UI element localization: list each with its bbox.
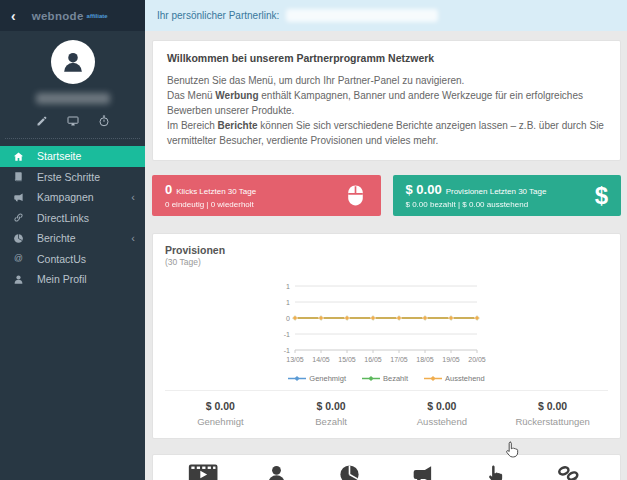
svg-text:1: 1 xyxy=(286,299,290,306)
user-icon xyxy=(240,463,313,480)
sidebar-item-directlinks[interactable]: DirectLinks xyxy=(0,208,145,229)
dollar-icon: $ xyxy=(595,184,608,208)
summary-label: Ausstehend xyxy=(387,416,498,427)
book-icon xyxy=(13,171,27,182)
svg-text:17/05: 17/05 xyxy=(390,356,408,363)
welcome-title: Willkommen bei unserem Partnerprogramm N… xyxy=(167,52,606,64)
stat-cards-row: 0 Klicks Letzten 30 Tage 0 eindeutig | 0… xyxy=(152,175,621,216)
welcome-line-1: Benutzen Sie das Menü, um durch Ihr Part… xyxy=(167,73,606,88)
summary-item-ausstehend: $ 0.00Ausstehend xyxy=(387,400,498,427)
menu-item-label: Startseite xyxy=(37,150,81,162)
menu-item-label: DirectLinks xyxy=(37,212,89,224)
sidebar-item-kampagnen[interactable]: Kampagnen‹ xyxy=(0,187,145,208)
menu-item-label: Erste Schritte xyxy=(37,171,100,183)
summary-item-bezahlt: $ 0.00Bezahlt xyxy=(276,400,387,427)
clicks-value: 0 xyxy=(165,182,172,197)
clicks-sub: 0 eindeutig | 0 wiederholt xyxy=(165,200,343,209)
svg-text:16/05: 16/05 xyxy=(364,356,382,363)
sidebar-divider xyxy=(5,138,140,139)
back-chevron-icon[interactable]: ‹ xyxy=(11,9,16,23)
chart-area: 110-1-113/0514/0515/0516/0517/0518/0519/… xyxy=(269,281,505,383)
video-icon xyxy=(167,463,240,480)
user-icon xyxy=(13,274,27,285)
summary-item-r-ckerstattungen: $ 0.00Rückerstattungen xyxy=(497,400,608,427)
svg-text:13/05: 13/05 xyxy=(286,356,304,363)
shortcut-banner-links[interactable]: Banner & Links xyxy=(459,463,532,480)
commissions-sub: $ 0.00 bezahlt | $ 0.00 ausstehend xyxy=(406,200,595,209)
welcome-line-3: Im Bereich Berichte können Sie sich vers… xyxy=(167,118,606,148)
sidebar-item-berichte[interactable]: Berichte‹ xyxy=(0,228,145,249)
svg-text:@: @ xyxy=(14,253,23,263)
megaphone-icon xyxy=(13,192,27,203)
partner-link-label: Ihr persönlicher Partnerlink: xyxy=(157,10,279,21)
brand-logo-suffix: affiliate xyxy=(87,13,108,19)
sidebar: ‹ webnode affiliate StartseiteErste Schr… xyxy=(0,0,145,480)
chevron-collapsed-icon: ‹ xyxy=(131,192,135,203)
provisions-card: Provisionen (30 Tage) 110-1-113/0514/051… xyxy=(152,233,621,439)
shortcut-kampagnen[interactable]: Kampagnen xyxy=(386,463,459,480)
chart-subtitle: (30 Tage) xyxy=(165,257,608,267)
svg-text:0: 0 xyxy=(286,315,290,322)
svg-text:19/05: 19/05 xyxy=(442,356,460,363)
sidebar-menu: StartseiteErste SchritteKampagnen‹Direct… xyxy=(0,146,145,290)
sidebar-item-contactus[interactable]: @ContactUs xyxy=(0,249,145,270)
shortcuts-card: Affiliate panel tutorial videoMein Profi… xyxy=(152,454,621,480)
svg-text:-1: -1 xyxy=(283,331,289,338)
menu-item-label: Berichte xyxy=(37,232,76,244)
welcome-line-2: Das Menü Werbung enthält Kampagnen, Bann… xyxy=(167,88,606,118)
chart-legend: GenehmigtBezahltAusstehend xyxy=(269,374,505,383)
username-blurred xyxy=(36,93,110,104)
legend-item-genehmigt: Genehmigt xyxy=(288,374,346,383)
commissions-stat-card: $ 0.00 Provisionen Letzten 30 Tage $ 0.0… xyxy=(393,175,622,216)
svg-text:20/05: 20/05 xyxy=(468,356,486,363)
svg-text:14/05: 14/05 xyxy=(312,356,330,363)
commissions-label: Provisionen Letzten 30 Tage xyxy=(446,187,547,196)
sidebar-item-erste-schritte[interactable]: Erste Schritte xyxy=(0,167,145,188)
clicks-stat-card: 0 Klicks Letzten 30 Tage 0 eindeutig | 0… xyxy=(152,175,381,216)
partner-link-value-blurred[interactable] xyxy=(286,9,438,22)
summary-value: $ 0.00 xyxy=(387,400,498,412)
mouse-icon xyxy=(343,183,368,208)
monitor-icon[interactable] xyxy=(67,115,79,127)
legend-item-ausstehend: Ausstehend xyxy=(424,374,485,383)
sidebar-header: ‹ webnode affiliate xyxy=(0,0,145,31)
topbar: Ihr persönlicher Partnerlink: xyxy=(145,0,627,31)
pie-chart-icon xyxy=(313,463,386,480)
sidebar-item-startseite[interactable]: Startseite xyxy=(0,146,145,167)
megaphone-icon xyxy=(386,463,459,480)
pie-chart-icon xyxy=(13,233,27,244)
hand-click-icon xyxy=(459,463,532,480)
summary-label: Genehmigt xyxy=(165,416,276,427)
summary-item-genehmigt: $ 0.00Genehmigt xyxy=(165,400,276,427)
sidebar-item-mein-profil[interactable]: Mein Profil xyxy=(0,269,145,290)
summary-value: $ 0.00 xyxy=(165,400,276,412)
shortcut-mein-profil[interactable]: Mein Profil xyxy=(240,463,313,480)
brand-logo: webnode xyxy=(32,10,84,22)
svg-text:18/05: 18/05 xyxy=(416,356,434,363)
link-icon xyxy=(13,212,27,223)
clicks-label: Klicks Letzten 30 Tage xyxy=(176,187,256,196)
menu-item-label: ContactUs xyxy=(37,253,86,265)
menu-item-label: Mein Profil xyxy=(37,273,87,285)
timer-icon[interactable] xyxy=(98,115,110,127)
svg-text:-1: -1 xyxy=(283,347,289,354)
user-icon xyxy=(60,49,86,75)
shortcut-directlinks[interactable]: DirectLinks xyxy=(532,463,605,480)
provisions-chart: 110-1-113/0514/0515/0516/0517/0518/0519/… xyxy=(269,281,505,373)
commissions-value: $ 0.00 xyxy=(406,182,442,197)
summary-row: $ 0.00Genehmigt$ 0.00Bezahlt$ 0.00Ausste… xyxy=(165,390,608,438)
svg-text:15/05: 15/05 xyxy=(338,356,356,363)
profile-section xyxy=(0,31,145,139)
summary-value: $ 0.00 xyxy=(497,400,608,412)
home-icon xyxy=(13,151,27,162)
summary-label: Bezahlt xyxy=(276,416,387,427)
shortcut-affiliate-panel-tutorial-video[interactable]: Affiliate panel tutorial video xyxy=(167,463,240,480)
edit-icon[interactable] xyxy=(36,115,48,127)
chain-links-icon xyxy=(532,463,605,480)
shortcut-berichte[interactable]: Berichte xyxy=(313,463,386,480)
menu-item-label: Kampagnen xyxy=(37,191,94,203)
legend-item-bezahlt: Bezahlt xyxy=(362,374,408,383)
avatar xyxy=(51,40,95,84)
chevron-collapsed-icon: ‹ xyxy=(131,233,135,244)
summary-label: Rückerstattungen xyxy=(497,416,608,427)
